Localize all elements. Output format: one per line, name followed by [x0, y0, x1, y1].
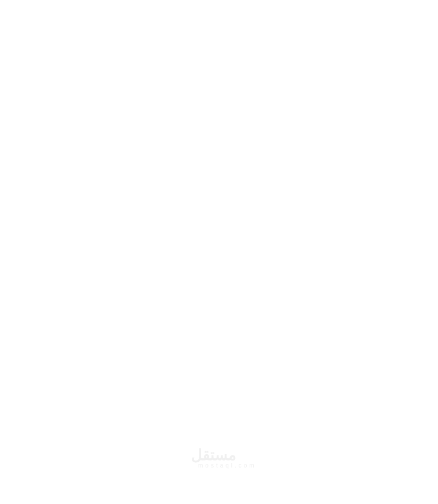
sitemap-tree — [0, 0, 438, 504]
